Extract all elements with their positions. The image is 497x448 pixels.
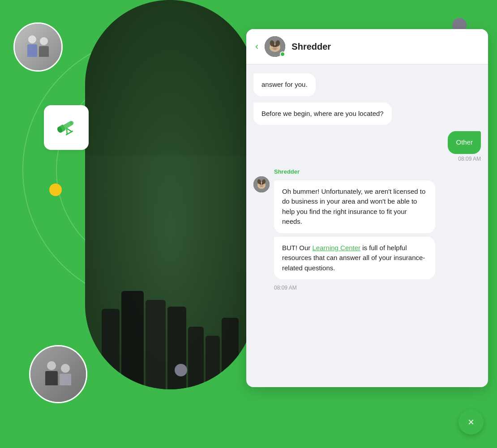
svg-point-14 bbox=[274, 48, 276, 50]
close-icon: × bbox=[468, 417, 474, 427]
header-avatar bbox=[265, 36, 285, 57]
msg-bummer-time: 08:09 AM bbox=[274, 285, 435, 291]
svg-point-12 bbox=[273, 45, 275, 47]
avatar-top-left bbox=[13, 22, 63, 72]
sender-name: Shredder bbox=[274, 168, 435, 175]
learning-center-link[interactable]: Learning Center bbox=[313, 244, 361, 252]
msg-location: Before we begin, where are you located? bbox=[253, 102, 481, 125]
other-text: Other bbox=[456, 138, 473, 146]
bubble-other: Other bbox=[448, 131, 481, 154]
bubble-partial: answer for you. bbox=[253, 73, 316, 96]
svg-point-20 bbox=[260, 183, 261, 184]
bubble-location: Before we begin, where are you located? bbox=[253, 102, 392, 125]
msg-other-time: 08:09 AM bbox=[458, 156, 481, 162]
bummer-bubble-group: Shredder Oh bummer! Unfortunately, we ar… bbox=[274, 168, 435, 291]
msg-partial: answer for you. bbox=[253, 73, 481, 96]
gray-dot-bottom bbox=[175, 364, 187, 376]
chat-window: ‹ Shredder bbox=[246, 29, 488, 387]
bummer-text-2a: BUT! Our bbox=[282, 244, 313, 252]
telescope-icon-box bbox=[44, 105, 89, 150]
close-chat-button[interactable]: × bbox=[458, 410, 484, 435]
chat-messages[interactable]: answer for you. Before we begin, where a… bbox=[246, 64, 488, 387]
svg-point-21 bbox=[262, 183, 263, 184]
bummer-text-1: Oh bummer! Unfortunately, we aren't lice… bbox=[282, 188, 425, 226]
bubble-bummer-1: Oh bummer! Unfortunately, we aren't lice… bbox=[274, 180, 435, 233]
bubble-bummer-2: BUT! Our Learning Center is full of help… bbox=[274, 237, 435, 280]
back-button[interactable]: ‹ bbox=[255, 41, 258, 52]
shredder-avatar-small bbox=[253, 176, 270, 192]
yellow-dot bbox=[49, 183, 62, 196]
msg-other: Other 08:09 AM bbox=[253, 131, 481, 162]
family-photo-oval bbox=[85, 0, 255, 389]
svg-point-22 bbox=[261, 185, 263, 187]
telescope-icon bbox=[53, 114, 80, 141]
partial-text: answer for you. bbox=[261, 81, 308, 88]
bot-name-header: Shredder bbox=[291, 42, 331, 52]
msg-bummer-group: Shredder Oh bummer! Unfortunately, we ar… bbox=[253, 168, 481, 291]
bot-avatar-small bbox=[253, 176, 270, 192]
location-text: Before we begin, where are you located? bbox=[261, 110, 384, 117]
svg-point-13 bbox=[275, 45, 277, 47]
chat-header: ‹ Shredder bbox=[246, 29, 488, 64]
online-indicator bbox=[280, 51, 285, 57]
avatar-bottom-left bbox=[29, 345, 87, 403]
